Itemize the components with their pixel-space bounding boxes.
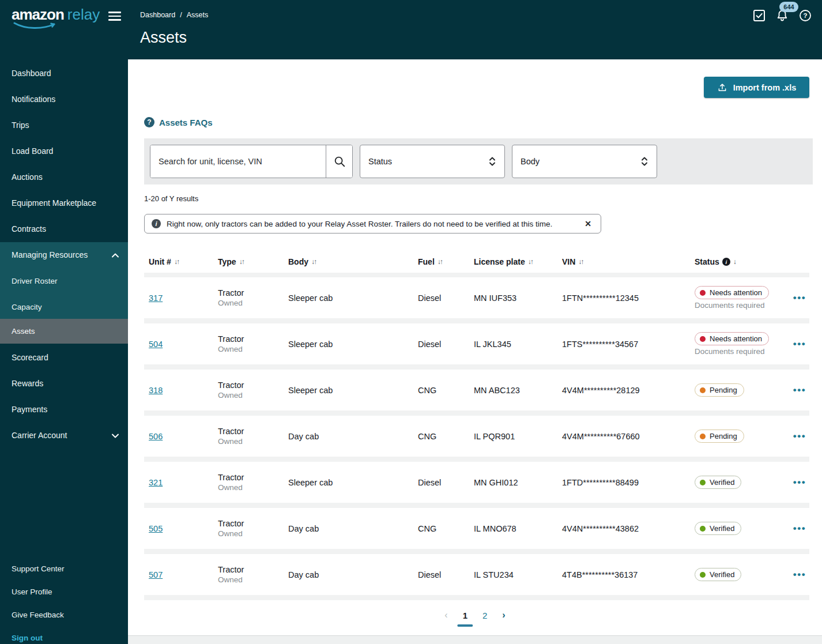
search-input[interactable] bbox=[150, 145, 326, 178]
row-actions-menu[interactable]: ••• bbox=[790, 523, 809, 534]
table-row: 504 TractorOwned Sleeper cab Diesel IL J… bbox=[144, 323, 809, 364]
column-header-status[interactable]: Statusi↓ bbox=[695, 257, 790, 266]
status-filter-select[interactable]: Status bbox=[360, 145, 505, 178]
status-dot-icon bbox=[700, 480, 706, 485]
amazon-smile-icon bbox=[13, 22, 60, 30]
status-note: Documents required bbox=[695, 347, 765, 356]
import-from-xls-button[interactable]: Import from .xls bbox=[704, 77, 809, 98]
status-dot-icon bbox=[700, 336, 706, 342]
table-header: Unit #↓↑ Type↓↑ Body↓↑ Fuel↓↑ License pl… bbox=[144, 254, 809, 270]
sidebar-item-carrier-account[interactable]: Carrier Account bbox=[0, 423, 128, 449]
search-button[interactable] bbox=[326, 145, 352, 178]
unit-link[interactable]: 321 bbox=[149, 478, 163, 487]
sidebar-item-sign-out[interactable]: Sign out bbox=[0, 627, 128, 644]
column-header-type[interactable]: Type↓↑ bbox=[218, 257, 288, 266]
status-cell: Verified bbox=[695, 522, 790, 535]
select-arrows-icon bbox=[640, 156, 648, 167]
type-value: Tractor bbox=[218, 473, 288, 482]
column-header-vin[interactable]: VIN↓↑ bbox=[562, 257, 695, 266]
sidebar-item-assets-selected[interactable]: Assets bbox=[0, 319, 128, 344]
pagination-next-icon[interactable]: › bbox=[502, 610, 505, 620]
unit-link[interactable]: 505 bbox=[149, 524, 163, 533]
sidebar-item-scorecard[interactable]: Scorecard bbox=[0, 345, 128, 371]
sort-down-icon: ↓ bbox=[733, 258, 737, 266]
upload-icon bbox=[717, 82, 727, 93]
breadcrumb-dashboard[interactable]: Dashboard bbox=[140, 11, 175, 19]
unit-link[interactable]: 504 bbox=[149, 340, 163, 349]
fuel-value: Diesel bbox=[418, 340, 474, 349]
row-actions-menu[interactable]: ••• bbox=[790, 569, 809, 581]
search-icon bbox=[333, 155, 346, 168]
ownership-value: Owned bbox=[218, 575, 288, 584]
status-info-icon[interactable]: i bbox=[722, 258, 730, 266]
fuel-value: CNG bbox=[418, 432, 474, 441]
logo-amazon-text: amazon bbox=[12, 6, 64, 23]
chevron-up-icon bbox=[111, 251, 120, 260]
amazon-relay-logo[interactable]: amazon relay bbox=[12, 6, 100, 22]
sidebar-item-driver-roster[interactable]: Driver Roster bbox=[0, 268, 128, 294]
assets-table: 317 TractorOwned Sleeper cab Diesel MN I… bbox=[144, 273, 809, 600]
sidebar-item-capacity[interactable]: Capacity bbox=[0, 294, 128, 320]
body-filter-select[interactable]: Body bbox=[512, 145, 657, 178]
sidebar-item-user-profile[interactable]: User Profile bbox=[0, 581, 128, 604]
pagination-prev-icon[interactable]: ‹ bbox=[444, 610, 447, 620]
sidebar-item-managing-resources[interactable]: Managing Resources bbox=[0, 242, 128, 268]
status-cell: Verified bbox=[695, 476, 790, 489]
row-actions-menu[interactable]: ••• bbox=[790, 338, 809, 350]
status-badge: Needs attention bbox=[695, 332, 769, 345]
help-icon[interactable]: ? bbox=[798, 8, 813, 23]
status-cell: Verified bbox=[695, 568, 790, 581]
fuel-value: CNG bbox=[418, 386, 474, 395]
sidebar-item-trips[interactable]: Trips bbox=[0, 112, 128, 138]
fuel-value: Diesel bbox=[418, 478, 474, 487]
status-dot-icon bbox=[700, 387, 706, 393]
hamburger-menu-icon[interactable] bbox=[108, 10, 122, 22]
vin-value: 1FTD**********88499 bbox=[562, 478, 695, 487]
unit-link[interactable]: 507 bbox=[149, 570, 163, 579]
sidebar-item-contracts[interactable]: Contracts bbox=[0, 216, 128, 242]
sidebar-item-dashboard[interactable]: Dashboard bbox=[0, 61, 128, 86]
unit-link[interactable]: 506 bbox=[149, 432, 163, 441]
sidebar-item-notifications[interactable]: Notifications bbox=[0, 86, 128, 112]
info-icon: i bbox=[152, 219, 161, 228]
sidebar-item-rewards[interactable]: Rewards bbox=[0, 371, 128, 397]
ownership-value: Owned bbox=[218, 391, 288, 400]
ownership-value: Owned bbox=[218, 299, 288, 307]
filter-bar: Status Body bbox=[144, 138, 813, 184]
select-arrows-icon bbox=[488, 156, 496, 167]
license-value: IL JKL345 bbox=[474, 340, 562, 349]
fuel-value: Diesel bbox=[418, 293, 474, 303]
top-bar: amazon relay Dashboard / Assets Assets 6… bbox=[0, 0, 822, 59]
row-actions-menu[interactable]: ••• bbox=[790, 431, 809, 442]
sidebar-item-support-center[interactable]: Support Center bbox=[0, 558, 128, 581]
banner-close-icon[interactable]: ✕ bbox=[582, 218, 594, 229]
column-header-license[interactable]: License plate↓↑ bbox=[474, 257, 562, 266]
column-header-body[interactable]: Body↓↑ bbox=[288, 257, 418, 266]
vin-value: 1FTS**********34567 bbox=[562, 340, 695, 349]
assets-faqs-link[interactable]: ? Assets FAQs bbox=[144, 117, 213, 127]
unit-link[interactable]: 318 bbox=[149, 386, 163, 395]
status-cell: Pending bbox=[695, 383, 790, 397]
vin-value: 4V4M**********67660 bbox=[562, 432, 695, 441]
tasks-icon[interactable] bbox=[752, 8, 767, 23]
breadcrumb-assets[interactable]: Assets bbox=[187, 11, 209, 19]
pagination-page-1[interactable]: 1 bbox=[463, 611, 467, 620]
table-row: 318 TractorOwned Sleeper cab CNG MN ABC1… bbox=[144, 370, 809, 410]
vin-value: 4V4M**********28129 bbox=[562, 386, 695, 395]
sidebar-item-load-board[interactable]: Load Board bbox=[0, 138, 128, 164]
pagination-page-2[interactable]: 2 bbox=[482, 611, 487, 620]
unit-link[interactable]: 317 bbox=[149, 293, 163, 303]
row-actions-menu[interactable]: ••• bbox=[790, 477, 809, 488]
search-box bbox=[150, 145, 353, 178]
column-header-fuel[interactable]: Fuel↓↑ bbox=[418, 257, 474, 266]
sidebar-item-payments[interactable]: Payments bbox=[0, 397, 128, 423]
pagination: ‹ 1 2 › bbox=[444, 610, 505, 620]
sidebar-item-give-feedback[interactable]: Give Feedback bbox=[0, 604, 128, 627]
vin-value: 1FTN**********12345 bbox=[562, 293, 695, 303]
row-actions-menu[interactable]: ••• bbox=[790, 292, 809, 304]
sidebar-item-auctions[interactable]: Auctions bbox=[0, 164, 128, 190]
table-row: 507 TractorOwned Day cab Diesel IL STU23… bbox=[144, 554, 809, 595]
sidebar-item-equipment-marketplace[interactable]: Equipment Marketplace bbox=[0, 190, 128, 216]
column-header-unit[interactable]: Unit #↓↑ bbox=[149, 257, 218, 266]
row-actions-menu[interactable]: ••• bbox=[790, 385, 809, 396]
